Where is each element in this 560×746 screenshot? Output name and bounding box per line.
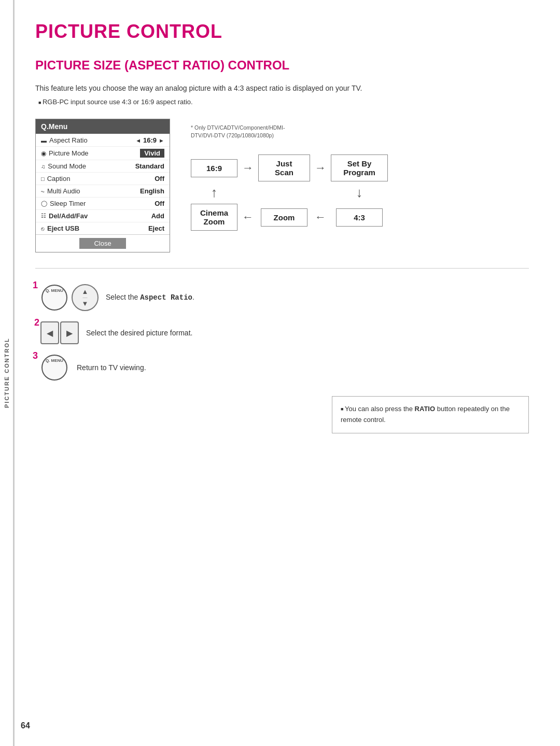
del-add-fav-label: Del/Add/Fav <box>49 212 88 220</box>
step-1-icons: 1 Q. MENU ▲ ― ▼ <box>35 284 99 311</box>
nav-wheel-step1: ▲ ― ▼ <box>72 284 99 311</box>
page-title: PICTURE CONTROL <box>35 21 529 43</box>
qmenu-value-sound: Standard <box>135 162 164 170</box>
qmenu-label-eject: ⎋ Eject USB <box>41 224 79 232</box>
qmenu-box: Q.Menu ▬ Aspect Ratio ◄ 16:9 ► <box>35 119 170 252</box>
qmenu-row-picture-mode: ◉ Picture Mode Vivid <box>36 146 170 160</box>
aspect-ratio-value: 16:9 <box>143 136 157 144</box>
qmenu-row-eject-usb: ⎋ Eject USB Eject <box>36 222 170 234</box>
picture-mode-icon: ◉ <box>41 150 46 157</box>
step-1-row: 1 Q. MENU ▲ ― ▼ <box>35 284 529 311</box>
step-3-icons: 3 Q. MENU <box>35 355 69 381</box>
qmenu-button-step3: Q. MENU <box>41 355 67 381</box>
arrow-right-icon: ► <box>159 137 164 144</box>
arrow-left-icon: ◄ <box>135 137 141 144</box>
flow-note: * Only DTV/CADTV/Component/HDMI- DTV/DVI… <box>191 124 529 139</box>
lr-arrows-step2: ◀ ▶ <box>40 321 79 344</box>
flow-arrow-up: ↑ <box>211 181 218 204</box>
step-2-text: Select the desired picture format. <box>86 328 192 339</box>
step-2-number: 2 <box>34 317 39 328</box>
qmenu-row-multi-audio: ⏦ Multi Audio English <box>36 185 170 197</box>
qmenu-row-caption: □ Caption Off <box>36 172 170 185</box>
flow-box-just-scan: Just Scan <box>258 154 310 181</box>
flow-box-4-3: 4:3 <box>336 208 383 227</box>
flow-box-set-by-program: Set By Program <box>331 154 388 181</box>
qmenu-row-sleep-timer: ◯ Sleep Timer Off <box>36 197 170 209</box>
flow-grid: 16:9 → Just Scan → Set By Program ↑ ↓ Ci… <box>191 154 529 231</box>
eject-usb-icon: ⎋ <box>41 226 45 232</box>
qmenu-label-step1: Q. MENU <box>46 288 63 293</box>
multi-audio-icon: ⏦ <box>41 188 45 194</box>
caption-label: Caption <box>47 175 71 182</box>
caption-icon: □ <box>41 176 45 182</box>
qmenu-label-sleep: ◯ Sleep Timer <box>41 200 86 207</box>
qmenu-close-button[interactable]: Close <box>79 238 125 249</box>
sleep-timer-label: Sleep Timer <box>50 200 86 207</box>
diagram-area: Q.Menu ▬ Aspect Ratio ◄ 16:9 ► <box>35 119 529 252</box>
qmenu-value-eject: Eject <box>148 224 164 232</box>
qmenu-header: Q.Menu <box>36 119 170 134</box>
qmenu-button-step1: Q. MENU <box>41 285 67 311</box>
aspect-ratio-label: Aspect Ratio <box>49 136 88 144</box>
page-number: 64 <box>21 721 30 730</box>
flow-box-cinema-zoom: Cinema Zoom <box>191 204 237 231</box>
qmenu-value-sleep: Off <box>155 200 164 207</box>
step-2-icons: 2 ◀ ▶ <box>35 321 79 344</box>
qmenu-label-del: ☷ Del/Add/Fav <box>41 212 88 220</box>
qmenu-label-aspect: ▬ Aspect Ratio <box>41 136 88 144</box>
qmenu-value-audio: English <box>140 187 164 195</box>
multi-audio-label: Multi Audio <box>47 187 80 195</box>
flow-arrow-down: ↓ <box>356 181 363 204</box>
qmenu-value-del: Add <box>151 212 164 220</box>
step-1-text: Select the Aspect Ratio. <box>106 292 194 303</box>
step-2-row: 2 ◀ ▶ Select the desired picture format. <box>35 321 529 344</box>
qmenu-value-picture: Vivid <box>140 149 164 158</box>
qmenu-value-caption: Off <box>155 175 164 182</box>
section-divider <box>35 268 529 269</box>
qmenu-close-row: Close <box>36 234 170 252</box>
sound-mode-icon: ♫ <box>41 163 45 170</box>
picture-mode-label: Picture Mode <box>49 149 89 157</box>
right-arrow-btn: ▶ <box>60 321 79 344</box>
step-3-row: 3 Q. MENU Return to TV viewing. <box>35 355 529 381</box>
flow-diagram: * Only DTV/CADTV/Component/HDMI- DTV/DVI… <box>191 119 529 231</box>
flow-arrow-left-2: ← <box>315 210 326 224</box>
qmenu-label-sound: ♫ Sound Mode <box>41 162 86 170</box>
section-title: PICTURE SIZE (ASPECT RATIO) CONTROL <box>35 58 529 73</box>
sleep-timer-icon: ◯ <box>41 200 47 207</box>
steps-section: 1 Q. MENU ▲ ― ▼ <box>35 284 529 381</box>
intro-bullet: RGB-PC input source use 4:3 or 16:9 aspe… <box>38 98 529 106</box>
qmenu-row-aspect-ratio: ▬ Aspect Ratio ◄ 16:9 ► <box>36 134 170 146</box>
qmenu-row-sound-mode: ♫ Sound Mode Standard <box>36 160 170 172</box>
step-3-text: Return to TV viewing. <box>77 362 146 373</box>
flow-note-line1: * Only DTV/CADTV/Component/HDMI- <box>191 124 285 131</box>
step-1-number: 1 <box>33 280 38 291</box>
intro-text: This feature lets you choose the way an … <box>35 83 529 94</box>
left-arrow-btn: ◀ <box>40 321 59 344</box>
eject-usb-label: Eject USB <box>47 224 79 232</box>
qmenu-label-step3: Q. MENU <box>46 358 63 363</box>
qmenu-label-caption: □ Caption <box>41 175 70 182</box>
aspect-ratio-icon: ▬ <box>41 137 47 144</box>
qmenu-value-aspect: ◄ 16:9 ► <box>135 136 164 144</box>
step-3-number: 3 <box>33 350 38 361</box>
flow-box-zoom: Zoom <box>261 208 307 227</box>
qmenu-label-picture: ◉ Picture Mode <box>41 149 89 157</box>
del-add-fav-icon: ☷ <box>41 213 46 219</box>
flow-arrow-right-2: → <box>315 161 326 175</box>
tip-box: You can also press the RATIO button repe… <box>332 396 529 433</box>
flow-arrow-left-1: ← <box>242 210 254 224</box>
flow-box-16-9: 16:9 <box>191 159 237 177</box>
qmenu-label-audio: ⏦ Multi Audio <box>41 187 80 195</box>
sound-mode-label: Sound Mode <box>48 162 86 170</box>
flow-arrow-right-1: → <box>242 161 254 175</box>
flow-note-line2: DTV/DVI-DTV (720p/1080i/1080p) <box>191 132 274 138</box>
side-tab: PICTURE CONTROL <box>0 0 15 746</box>
qmenu-row-del-add-fav: ☷ Del/Add/Fav Add <box>36 209 170 222</box>
